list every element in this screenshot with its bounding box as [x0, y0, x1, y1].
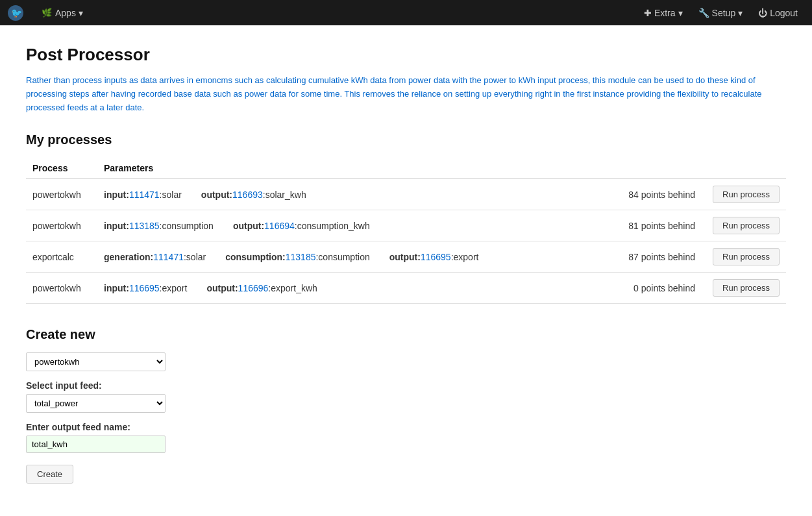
- param-suffix: :export_kwh: [268, 283, 317, 293]
- action-cell: Run process: [702, 179, 786, 210]
- param-label: input:: [104, 190, 129, 200]
- col-header-process: Process: [26, 158, 97, 179]
- col-header-behind: [598, 158, 702, 179]
- param-link[interactable]: 116695: [421, 252, 451, 262]
- create-button[interactable]: Create: [26, 465, 73, 484]
- param-link[interactable]: 116696: [238, 283, 269, 293]
- param-label: input:: [104, 283, 129, 293]
- run-process-button[interactable]: Run process: [713, 186, 780, 203]
- param-item: consumption:113185:consumption: [225, 252, 370, 262]
- param-suffix: :consumption: [160, 221, 214, 231]
- col-header-params: Parameters: [97, 158, 598, 179]
- logout-icon: ⏻: [758, 8, 767, 18]
- param-item: input:111471:solar: [104, 190, 182, 200]
- param-link[interactable]: 113185: [129, 221, 160, 231]
- points-behind-cell: 87 points behind: [598, 241, 702, 273]
- output-feed-input[interactable]: [26, 436, 166, 453]
- param-label: input:: [104, 221, 129, 231]
- logout-nav-item[interactable]: ⏻ Logout: [750, 0, 806, 25]
- param-label: generation:: [104, 252, 153, 262]
- run-process-button[interactable]: Run process: [713, 248, 780, 265]
- output-feed-label: Enter output feed name:: [26, 422, 786, 432]
- param-suffix: :solar: [184, 252, 206, 262]
- param-link[interactable]: 111471: [129, 190, 160, 200]
- col-header-action: [702, 158, 786, 179]
- param-suffix: :consumption_kwh: [295, 221, 370, 231]
- page-title: Post Processor: [26, 45, 786, 65]
- params-cell: input:116695:exportoutput:116696:export_…: [97, 273, 598, 304]
- extra-icon: ✚: [644, 8, 652, 18]
- setup-label: Setup: [712, 8, 736, 18]
- table-row: powertokwhinput:113185:consumptionoutput…: [26, 210, 786, 241]
- create-new-heading: Create new: [26, 327, 786, 342]
- process-type-group: powertokwhexportcalckwhtoco2: [26, 352, 786, 371]
- param-label: output:: [389, 252, 421, 262]
- action-cell: Run process: [702, 210, 786, 241]
- param-suffix: :solar_kwh: [263, 190, 306, 200]
- table-row: powertokwhinput:116695:exportoutput:1166…: [26, 273, 786, 304]
- param-item: output:116696:export_kwh: [206, 283, 317, 293]
- table-row: powertokwhinput:111471:solaroutput:11669…: [26, 179, 786, 210]
- points-behind-cell: 84 points behind: [598, 179, 702, 210]
- apps-label: Apps: [55, 8, 76, 18]
- params-cell: input:111471:solaroutput:116693:solar_kw…: [97, 179, 598, 210]
- process-name-cell: powertokwh: [26, 179, 97, 210]
- params-cell: input:113185:consumptionoutput:116694:co…: [97, 210, 598, 241]
- param-item: input:113185:consumption: [104, 221, 214, 231]
- param-link[interactable]: 113185: [286, 252, 316, 262]
- main-content: Post Processor Rather than process input…: [0, 25, 812, 503]
- input-feed-select[interactable]: total_powersolarconsumptionexport: [26, 394, 166, 413]
- params-cell: generation:111471:solarconsumption:11318…: [97, 241, 598, 273]
- extra-nav-item[interactable]: ✚ Extra ▾: [636, 0, 691, 25]
- param-label: output:: [233, 221, 264, 231]
- brand-logo: 🐦: [6, 4, 27, 22]
- param-link[interactable]: 116694: [264, 221, 295, 231]
- navbar: 🐦 🌿 Apps ▾ ✚ Extra ▾ 🔧 Setup ▾ ⏻ Logout: [0, 0, 812, 25]
- param-link[interactable]: 116695: [129, 283, 160, 293]
- action-cell: Run process: [702, 241, 786, 273]
- param-link[interactable]: 116693: [232, 190, 263, 200]
- param-item: output:116694:consumption_kwh: [233, 221, 370, 231]
- setup-icon: 🔧: [698, 8, 709, 18]
- svg-text:🐦: 🐦: [11, 8, 23, 19]
- points-behind-cell: 81 points behind: [598, 210, 702, 241]
- logout-label: Logout: [770, 8, 798, 18]
- param-suffix: :export: [160, 283, 188, 293]
- process-table: Process Parameters powertokwhinput:11147…: [26, 158, 786, 304]
- param-label: output:: [206, 283, 238, 293]
- apps-nav-item[interactable]: 🌿 Apps ▾: [34, 0, 91, 25]
- param-suffix: :export: [451, 252, 479, 262]
- extra-caret: ▾: [678, 8, 683, 18]
- run-process-button[interactable]: Run process: [713, 217, 780, 234]
- apps-icon: 🌿: [42, 8, 52, 18]
- process-name-cell: powertokwh: [26, 210, 97, 241]
- param-link[interactable]: 111471: [153, 252, 184, 262]
- brand-icon: 🐦: [6, 4, 25, 22]
- table-row: exportcalcgeneration:111471:solarconsump…: [26, 241, 786, 273]
- param-item: input:116695:export: [104, 283, 187, 293]
- input-feed-label: Select input feed:: [26, 380, 786, 391]
- setup-nav-item[interactable]: 🔧 Setup ▾: [691, 0, 751, 25]
- process-name-cell: powertokwh: [26, 273, 97, 304]
- setup-caret: ▾: [738, 8, 743, 18]
- output-feed-group: Enter output feed name:: [26, 422, 786, 453]
- create-new-section: Create new powertokwhexportcalckwhtoco2 …: [26, 327, 786, 484]
- action-cell: Run process: [702, 273, 786, 304]
- param-item: output:116693:solar_kwh: [201, 190, 306, 200]
- nav-right: ✚ Extra ▾ 🔧 Setup ▾ ⏻ Logout: [636, 0, 806, 25]
- apps-caret: ▾: [79, 8, 83, 18]
- my-processes-heading: My processes: [26, 132, 786, 147]
- param-item: generation:111471:solar: [104, 252, 206, 262]
- extra-label: Extra: [654, 8, 676, 18]
- param-item: output:116695:export: [389, 252, 479, 262]
- process-type-select[interactable]: powertokwhexportcalckwhtoco2: [26, 352, 166, 371]
- param-label: output:: [201, 190, 232, 200]
- points-behind-cell: 0 points behind: [598, 273, 702, 304]
- param-suffix: :consumption: [315, 252, 369, 262]
- page-description: Rather than process inputs as data arriv…: [26, 74, 785, 114]
- param-suffix: :solar: [160, 190, 182, 200]
- param-label: consumption:: [225, 252, 286, 262]
- run-process-button[interactable]: Run process: [713, 279, 780, 297]
- input-feed-group: Select input feed: total_powersolarconsu…: [26, 380, 786, 413]
- process-name-cell: exportcalc: [26, 241, 97, 273]
